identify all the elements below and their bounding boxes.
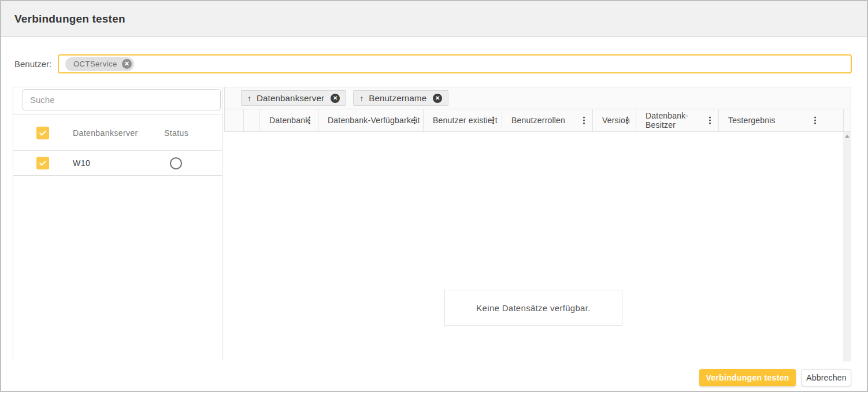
column-header-label: Testergebnis bbox=[728, 116, 776, 125]
test-connections-button[interactable]: Verbindungen testen bbox=[699, 369, 796, 386]
page-title: Verbindungen testen bbox=[1, 13, 125, 25]
server-name: W10 bbox=[73, 158, 90, 168]
grid-body: Keine Datensätze verfügbar. bbox=[225, 132, 851, 363]
status-circle-icon bbox=[170, 157, 182, 169]
group-chip-label: Datenbankserver bbox=[257, 93, 324, 103]
column-header-label: Datenbank bbox=[269, 116, 310, 125]
cancel-button[interactable]: Abbrechen bbox=[802, 369, 851, 386]
column-header-label: Datenbank-Verfügbarkeit bbox=[328, 116, 420, 125]
group-chip-label: Benutzername bbox=[369, 93, 426, 103]
column-header-benutzer-existiert[interactable]: Benutzer existiert bbox=[424, 109, 502, 131]
server-search-wrap bbox=[13, 87, 222, 115]
row-checkbox[interactable] bbox=[36, 157, 49, 169]
column-menu-icon[interactable] bbox=[581, 115, 587, 126]
dialog-titlebar: Verbindungen testen bbox=[1, 1, 867, 37]
check-icon bbox=[38, 128, 47, 138]
sort-asc-icon: ↑ bbox=[359, 94, 363, 103]
server-list-panel: Datenbankserver Status W10 bbox=[13, 87, 222, 360]
group-chips-row: ↑ Datenbankserver ✕ ↑ Benutzername ✕ bbox=[224, 87, 851, 109]
column-header-status: Status bbox=[164, 128, 188, 138]
column-header-datenbankserver: Datenbankserver bbox=[73, 128, 138, 138]
remove-user-chip-icon[interactable]: ✕ bbox=[122, 59, 132, 69]
column-menu-icon[interactable] bbox=[412, 115, 417, 126]
scroll-up-icon[interactable] bbox=[843, 132, 851, 140]
column-header-testergebnis[interactable]: Testergebnis bbox=[719, 109, 844, 131]
column-menu-icon[interactable] bbox=[491, 115, 496, 126]
grid-header-expand-column bbox=[225, 109, 244, 131]
sort-asc-icon: ↑ bbox=[247, 94, 251, 103]
no-records-message: Keine Datensätze verfügbar. bbox=[444, 290, 622, 326]
column-header-label: Benutzer existiert bbox=[433, 116, 498, 125]
remove-group-icon[interactable]: ✕ bbox=[331, 94, 340, 103]
user-multiselect-input[interactable]: OCTService ✕ bbox=[58, 54, 852, 73]
search-input[interactable] bbox=[23, 89, 221, 110]
column-menu-icon[interactable] bbox=[307, 115, 312, 126]
group-chip-datenbankserver[interactable]: ↑ Datenbankserver ✕ bbox=[241, 90, 346, 106]
column-menu-icon[interactable] bbox=[813, 115, 818, 126]
column-header-version[interactable]: Version bbox=[593, 109, 636, 131]
column-header-datenbank-verfuegbarkeit[interactable]: Datenbank-Verfügbarkeit bbox=[318, 109, 424, 131]
remove-group-icon[interactable]: ✕ bbox=[433, 94, 442, 103]
user-chip[interactable]: OCTService ✕ bbox=[65, 57, 134, 71]
select-all-checkbox[interactable] bbox=[36, 127, 49, 139]
column-header-label: Benutzerrollen bbox=[511, 116, 565, 125]
column-menu-icon[interactable] bbox=[707, 115, 713, 126]
group-chip-benutzername[interactable]: ↑ Benutzername ✕ bbox=[353, 90, 448, 106]
server-list-header: Datenbankserver Status bbox=[13, 115, 222, 151]
column-header-datenbank-besitzer[interactable]: Datenbank-Besitzer bbox=[636, 109, 719, 131]
column-header-benutzerrollen[interactable]: Benutzerrollen bbox=[502, 109, 593, 131]
check-icon bbox=[38, 158, 47, 168]
results-grid: ↑ Datenbankserver ✕ ↑ Benutzername ✕ Dat… bbox=[224, 87, 851, 363]
column-header-datenbank[interactable]: Datenbank bbox=[260, 109, 318, 131]
grid-header-scrollbar-spacer bbox=[844, 109, 851, 131]
grid-header-spacer-column bbox=[244, 109, 260, 131]
column-menu-icon[interactable] bbox=[625, 115, 630, 126]
vertical-scrollbar[interactable] bbox=[843, 132, 851, 361]
user-field-label: Benutzer: bbox=[14, 59, 51, 69]
server-row[interactable]: W10 bbox=[13, 151, 222, 176]
user-chip-label: OCTService bbox=[73, 60, 117, 68]
grid-header-row: Datenbank Datenbank-Verfügbarkeit Benutz… bbox=[224, 109, 851, 132]
